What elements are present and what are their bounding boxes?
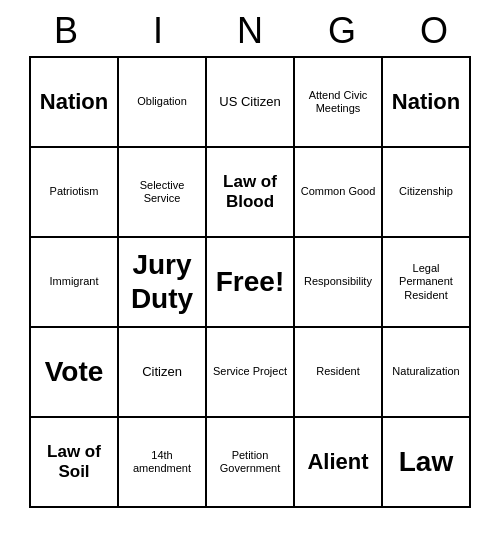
bingo-cell-20: Law of Soil: [31, 418, 119, 508]
cell-text-3: Attend Civic Meetings: [299, 89, 377, 115]
bingo-cell-19: Naturalization: [383, 328, 471, 418]
cell-text-4: Nation: [392, 89, 460, 115]
bingo-cell-2: US Citizen: [207, 58, 295, 148]
bingo-cell-9: Citizenship: [383, 148, 471, 238]
bingo-cell-7: Law of Blood: [207, 148, 295, 238]
bingo-cell-1: Obligation: [119, 58, 207, 148]
cell-text-19: Naturalization: [392, 365, 459, 378]
cell-text-16: Citizen: [142, 364, 182, 380]
bingo-cell-6: Selective Service: [119, 148, 207, 238]
cell-text-22: Petition Government: [211, 449, 289, 475]
cell-text-13: Responsibility: [304, 275, 372, 288]
bingo-cell-10: Immigrant: [31, 238, 119, 328]
bingo-cell-5: Patriotism: [31, 148, 119, 238]
cell-text-8: Common Good: [301, 185, 376, 198]
cell-text-1: Obligation: [137, 95, 187, 108]
bingo-grid: NationObligationUS CitizenAttend Civic M…: [29, 56, 471, 508]
cell-text-23: Alient: [307, 449, 368, 475]
cell-text-15: Vote: [45, 355, 104, 389]
letter-g: G: [298, 10, 386, 52]
letter-n: N: [206, 10, 294, 52]
letter-o: O: [390, 10, 478, 52]
bingo-cell-15: Vote: [31, 328, 119, 418]
cell-text-5: Patriotism: [50, 185, 99, 198]
cell-text-24: Law: [399, 445, 453, 479]
bingo-cell-12: Free!: [207, 238, 295, 328]
cell-text-20: Law of Soil: [35, 442, 113, 483]
cell-text-12: Free!: [216, 265, 284, 299]
letter-b: B: [22, 10, 110, 52]
cell-text-2: US Citizen: [219, 94, 280, 110]
letter-i: I: [114, 10, 202, 52]
bingo-cell-18: Resident: [295, 328, 383, 418]
cell-text-9: Citizenship: [399, 185, 453, 198]
bingo-cell-13: Responsibility: [295, 238, 383, 328]
bingo-cell-4: Nation: [383, 58, 471, 148]
cell-text-14: Legal Permanent Resident: [387, 262, 465, 302]
bingo-cell-0: Nation: [31, 58, 119, 148]
bingo-cell-8: Common Good: [295, 148, 383, 238]
bingo-cell-16: Citizen: [119, 328, 207, 418]
cell-text-18: Resident: [316, 365, 359, 378]
cell-text-7: Law of Blood: [211, 172, 289, 213]
cell-text-10: Immigrant: [50, 275, 99, 288]
cell-text-21: 14th amendment: [123, 449, 201, 475]
cell-text-6: Selective Service: [123, 179, 201, 205]
bingo-cell-22: Petition Government: [207, 418, 295, 508]
bingo-cell-17: Service Project: [207, 328, 295, 418]
cell-text-17: Service Project: [213, 365, 287, 378]
bingo-cell-3: Attend Civic Meetings: [295, 58, 383, 148]
bingo-cell-24: Law: [383, 418, 471, 508]
bingo-title: B I N G O: [20, 10, 480, 52]
bingo-cell-23: Alient: [295, 418, 383, 508]
bingo-cell-11: Jury Duty: [119, 238, 207, 328]
bingo-cell-14: Legal Permanent Resident: [383, 238, 471, 328]
cell-text-0: Nation: [40, 89, 108, 115]
cell-text-11: Jury Duty: [123, 248, 201, 315]
bingo-cell-21: 14th amendment: [119, 418, 207, 508]
